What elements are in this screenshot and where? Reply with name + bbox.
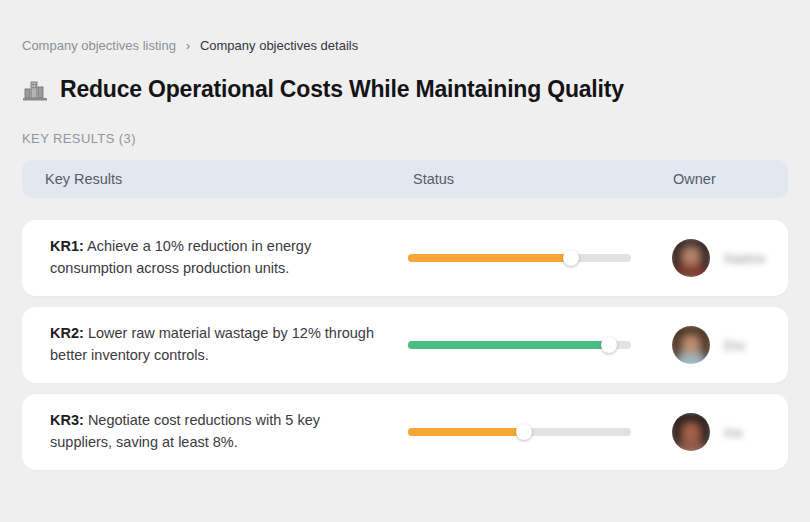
kr3-progress-slider[interactable] — [408, 428, 631, 436]
title-row: Reduce Operational Costs While Maintaini… — [22, 76, 788, 103]
column-header-key-results: Key Results — [22, 171, 408, 187]
kr1-label: KR1: — [50, 238, 84, 254]
key-results-section-label: KEY RESULTS (3) — [22, 131, 788, 146]
page: Company objectives listing › Company obj… — [0, 0, 810, 470]
kr3-label: KR3: — [50, 412, 84, 428]
breadcrumb: Company objectives listing › Company obj… — [22, 38, 788, 53]
owner-name: Nadine — [724, 251, 765, 266]
owner-avatar — [672, 239, 710, 277]
chevron-right-icon: › — [186, 39, 190, 53]
kr1-description: KR1: Achieve a 10% reduction in energy c… — [22, 236, 384, 280]
kr2-slider-knob[interactable] — [601, 337, 617, 353]
kr2-progress-slider[interactable] — [408, 341, 631, 349]
kr2-label: KR2: — [50, 325, 84, 341]
owner-name: Elsi — [724, 338, 745, 353]
kr2-status-cell — [408, 341, 650, 349]
key-result-row-kr3[interactable]: KR3: Negotiate cost reductions with 5 ke… — [22, 394, 788, 470]
column-header-status: Status — [408, 171, 650, 187]
kr1-slider-knob[interactable] — [563, 250, 579, 266]
kr3-owner-cell: Ina — [650, 413, 788, 451]
kr1-progress-fill — [408, 254, 571, 262]
kr2-description: KR2: Lower raw material wastage by 12% t… — [22, 323, 384, 367]
table-header: Key Results Status Owner — [22, 160, 788, 198]
kr1-status-cell — [408, 254, 650, 262]
kr2-text: Lower raw material wastage by 12% throug… — [50, 325, 374, 363]
owner-name: Ina — [724, 425, 742, 440]
kr2-progress-fill — [408, 341, 609, 349]
kr1-text: Achieve a 10% reduction in energy consum… — [50, 238, 311, 276]
key-result-row-kr2[interactable]: KR2: Lower raw material wastage by 12% t… — [22, 307, 788, 383]
kr3-progress-fill — [408, 428, 524, 436]
kr1-owner-cell: Nadine — [650, 239, 788, 277]
key-result-row-kr1[interactable]: KR1: Achieve a 10% reduction in energy c… — [22, 220, 788, 296]
breadcrumb-details-current: Company objectives details — [200, 38, 358, 53]
kr1-progress-slider[interactable] — [408, 254, 631, 262]
kr3-status-cell — [408, 428, 650, 436]
kr3-description: KR3: Negotiate cost reductions with 5 ke… — [22, 410, 384, 454]
kr3-text: Negotiate cost reductions with 5 key sup… — [50, 412, 320, 450]
owner-avatar — [672, 326, 710, 364]
buildings-icon — [22, 77, 48, 103]
kr2-owner-cell: Elsi — [650, 326, 788, 364]
page-title: Reduce Operational Costs While Maintaini… — [60, 76, 624, 103]
kr3-slider-knob[interactable] — [516, 424, 532, 440]
column-header-owner: Owner — [650, 171, 788, 187]
breadcrumb-listing-link[interactable]: Company objectives listing — [22, 38, 176, 53]
owner-avatar — [672, 413, 710, 451]
